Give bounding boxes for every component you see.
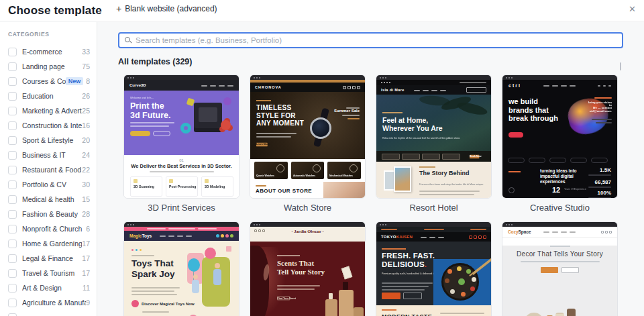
category-item[interactable]: Business & IT 24 xyxy=(0,148,97,162)
category-checkbox[interactable] xyxy=(8,240,17,248)
mini-section-number: 01 xyxy=(124,158,239,162)
mini-navbar: CozySpace xyxy=(502,227,617,238)
category-count: 33 xyxy=(82,48,90,56)
category-item[interactable]: Home & Gardening 17 xyxy=(0,236,97,251)
flower-art xyxy=(221,120,231,130)
mini-headline: Feel at Home, Wherever You Are xyxy=(382,116,443,133)
mini-menu xyxy=(199,79,233,91)
category-count: 17 xyxy=(82,254,90,262)
template-preview[interactable]: Isla di Mare Feel at Home, Wherever You … xyxy=(376,74,492,199)
template-preview[interactable]: Curve3D Welcome and let's... Print the 3… xyxy=(123,74,239,199)
category-item[interactable]: Courses & Coaching New 8 xyxy=(0,74,97,89)
scrollbar-thumb[interactable] xyxy=(620,62,621,70)
mini-hero: Decor That Tells Your Story xyxy=(502,246,617,316)
category-item[interactable]: Legal & Finance 17 xyxy=(0,251,97,266)
category-item[interactable]: Education 26 xyxy=(0,89,97,103)
category-item[interactable]: Landing page 75 xyxy=(0,59,97,74)
category-checkbox[interactable] xyxy=(8,299,17,307)
mini-brand: CozySpace xyxy=(508,229,531,234)
category-item[interactable]: Agriculture & Manufacturing 9 xyxy=(0,295,97,310)
mini-cta-button xyxy=(466,87,486,93)
template-preview[interactable]: CozySpace Decor That Tells Your Story xyxy=(502,221,618,316)
category-count: 9 xyxy=(86,299,90,307)
browser-chrome-bar xyxy=(250,75,365,80)
category-checkbox[interactable] xyxy=(8,180,17,189)
category-checkbox[interactable] xyxy=(8,136,17,145)
category-checkbox[interactable] xyxy=(8,107,17,115)
mini-story-sub: Discover the charm and story that make I… xyxy=(419,183,484,186)
mini-menu xyxy=(157,230,192,242)
category-checkbox[interactable] xyxy=(8,254,17,263)
mini-hero: Feel at Home, Wherever You Are Relax int… xyxy=(376,95,491,162)
mini-sale-block: Summer Sale xyxy=(333,105,360,119)
category-checkbox[interactable] xyxy=(8,284,17,293)
mini-years-label: Years Of Experience xyxy=(564,188,586,191)
template-preview[interactable]: - Jardin Obscur - Scents That Tell Your … xyxy=(250,221,366,316)
category-checkbox[interactable] xyxy=(8,151,17,160)
category-item[interactable]: Medical & health 15 xyxy=(0,192,97,207)
template-preview[interactable]: TOKYOKAISEN FRESH. FAST.DELISIOUS. Premi… xyxy=(376,221,492,316)
category-checkbox[interactable] xyxy=(8,225,17,233)
template-preview[interactable]: ctrl we build brands that break through … xyxy=(502,74,618,199)
template-card-3d-print: Curve3D Welcome and let's... Print the 3… xyxy=(123,74,239,213)
category-item[interactable]: E-commerce 33 xyxy=(0,44,97,59)
category-checkbox[interactable] xyxy=(8,195,17,204)
choose-template-dialog: Choose template + Blank website (advance… xyxy=(0,0,644,316)
category-item[interactable]: Construction & Interior 16 xyxy=(0,118,97,133)
mini-menu xyxy=(541,226,576,238)
mini-headline: we build brands that break through xyxy=(508,97,558,123)
mini-buttons xyxy=(382,293,422,299)
printer-art xyxy=(194,103,222,128)
mini-buttons xyxy=(130,131,186,136)
category-item[interactable]: Art & Design 11 xyxy=(0,280,97,295)
mini-story-section: The Story Behind Discover the charm and … xyxy=(376,162,491,199)
category-item[interactable]: Portfolio & CV 30 xyxy=(0,177,97,192)
category-item[interactable]: Travel & Tourism 17 xyxy=(0,266,97,280)
category-checkbox[interactable] xyxy=(8,48,17,56)
mini-brand: TOKYOKAISEN xyxy=(381,235,413,239)
category-checkbox[interactable] xyxy=(8,62,17,71)
mini-social-icons xyxy=(601,231,612,233)
vases-art xyxy=(502,298,617,316)
dialog-header: Choose template + Blank website (advance… xyxy=(0,0,644,21)
category-label: Portfolio & CV xyxy=(22,180,82,189)
category-item-partial[interactable] xyxy=(0,310,97,316)
mini-about-section: ABOUT OUR STORE xyxy=(250,182,365,199)
mini-headline: Decor That Tells Your Story xyxy=(502,250,617,258)
mini-headline: TIMELESS STYLE FOR ANY MOMENT xyxy=(256,104,304,127)
donut-art xyxy=(180,123,191,134)
category-checkbox[interactable] xyxy=(8,121,17,130)
mini-buttons xyxy=(502,267,617,273)
mini-contact-icon xyxy=(508,187,515,193)
text-placeholder-lines xyxy=(440,311,484,316)
blank-website-button[interactable]: + Blank website (advanced) xyxy=(116,4,217,13)
category-item[interactable]: Nonprofit & Church 6 xyxy=(0,221,97,236)
category-checkbox[interactable] xyxy=(8,92,17,101)
text-placeholder-lines xyxy=(131,285,181,295)
model-photo-art xyxy=(323,182,365,199)
story-photo-art xyxy=(394,166,411,192)
category-checkbox[interactable] xyxy=(8,77,17,86)
category-item[interactable]: Marketing & Advertising 25 xyxy=(0,103,97,118)
category-checkbox[interactable] xyxy=(8,269,17,278)
template-preview[interactable]: MagicToys Toys That Spark Joy xyxy=(123,221,239,316)
search-input[interactable] xyxy=(136,36,616,44)
sushi-platter-art xyxy=(441,263,479,301)
category-count: 16 xyxy=(82,121,90,129)
category-checkbox[interactable] xyxy=(8,210,17,219)
category-checkbox[interactable] xyxy=(8,166,17,174)
category-item[interactable]: Fashion & Beauty 28 xyxy=(0,207,97,221)
category-checkbox[interactable] xyxy=(8,313,17,316)
mini-red-button xyxy=(508,132,523,138)
close-icon[interactable]: ✕ xyxy=(629,5,636,13)
mini-brand: Curve3D xyxy=(129,83,146,87)
mini-story-title: The Story Behind xyxy=(419,170,486,176)
template-preview[interactable]: CHRONOVA TIMELESS STYLE FOR ANY MOMENT L… xyxy=(250,74,366,199)
category-count: 25 xyxy=(82,107,90,115)
category-count: 11 xyxy=(83,284,90,292)
search-bar[interactable] xyxy=(118,32,623,48)
category-label: Home & Gardening xyxy=(22,240,82,248)
category-item[interactable]: Sport & Lifestyle 20 xyxy=(0,133,97,148)
category-item[interactable]: Restaurant & Food 22 xyxy=(0,162,97,177)
category-count: 26 xyxy=(82,92,90,100)
